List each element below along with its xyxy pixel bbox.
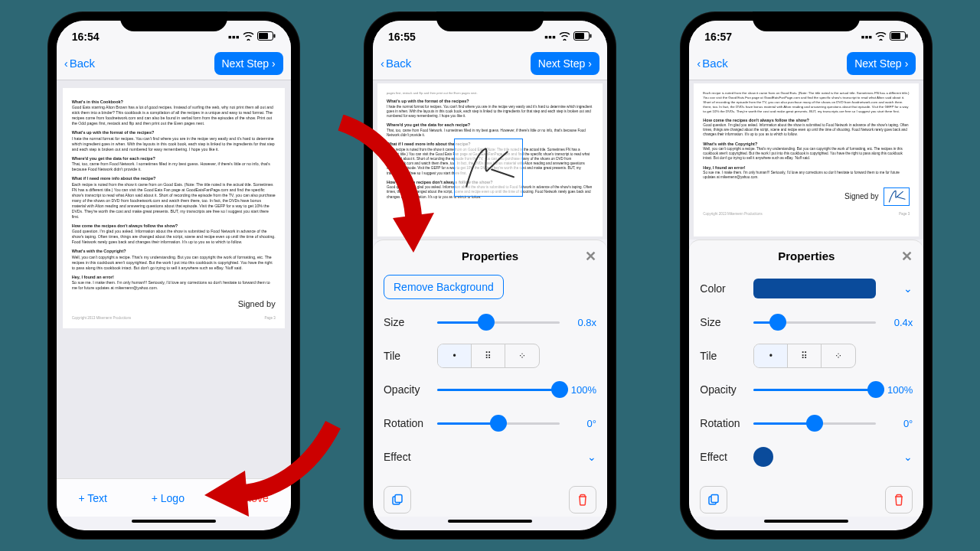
back-label: Back (386, 57, 411, 70)
opacity-label: Opacity (384, 383, 430, 396)
signal-icon: ▪▪▪ (544, 31, 556, 43)
chevron-right-icon: › (272, 57, 276, 70)
svg-rect-10 (906, 34, 908, 38)
signature-overlay[interactable] (884, 187, 910, 206)
back-button[interactable]: ‹ Back (64, 57, 95, 70)
svg-rect-4 (575, 33, 584, 39)
duplicate-button[interactable] (384, 486, 411, 514)
home-indicator (689, 517, 923, 530)
svg-rect-5 (590, 34, 591, 38)
opacity-label: Opacity (700, 383, 746, 396)
back-label: Back (702, 57, 727, 70)
document-page: What's in this Cookbook?Good Eats starri… (63, 88, 285, 328)
phone-1: 16:54 ▪▪▪ ‹ Back Next Step › (47, 11, 300, 540)
rotation-value: 0° (567, 418, 596, 429)
size-value: 0.4x (884, 317, 913, 328)
document-viewer[interactable]: pages first, restack and flip and then p… (373, 80, 607, 240)
rotation-value: 0° (884, 418, 913, 429)
signal-icon: ▪▪▪ (861, 31, 872, 43)
rotation-row: Rotation 0° (700, 406, 913, 440)
battery-icon (890, 31, 908, 43)
tile-option-single[interactable]: • (438, 344, 472, 367)
opacity-row: Opacity 100% (384, 373, 596, 406)
svg-rect-9 (891, 33, 900, 39)
tile-option-grid[interactable]: ⠿ (472, 344, 505, 367)
delete-button[interactable] (885, 486, 913, 514)
notch (120, 11, 227, 31)
status-icons: ▪▪▪ (544, 31, 592, 43)
next-step-button[interactable]: Next Step › (214, 52, 283, 75)
nav-bar: ‹Back Next Step› (373, 47, 607, 80)
back-button[interactable]: ‹Back (381, 57, 411, 70)
clock: 16:54 (72, 31, 100, 43)
signed-by-text: Signed by (72, 298, 276, 310)
opacity-slider[interactable] (753, 389, 876, 391)
size-slider[interactable] (437, 321, 560, 324)
effect-swatch[interactable] (753, 447, 773, 467)
home-indicator (373, 517, 607, 530)
phone-3: 16:57 ▪▪▪ ‹Back Next Step› Each recipe i… (680, 11, 933, 540)
document-page: Each recipe is noted from the show it ca… (694, 83, 919, 236)
rotation-row: Rotation 0° (384, 406, 596, 440)
remove-background-button[interactable]: Remove Background (384, 275, 504, 299)
svg-rect-1 (259, 33, 268, 39)
duplicate-button[interactable] (700, 486, 727, 514)
chevron-down-icon[interactable]: ⌄ (587, 451, 596, 463)
back-label: Back (70, 57, 95, 70)
size-row: Size 0.8x (384, 305, 596, 339)
clock: 16:55 (388, 31, 416, 43)
document-viewer[interactable]: What's in this Cookbook?Good Eats starri… (57, 80, 291, 478)
tile-option-single[interactable]: • (754, 344, 788, 367)
color-row: Color ⌄ (700, 272, 913, 305)
delete-button[interactable] (569, 486, 596, 514)
next-label: Next Step (538, 57, 585, 70)
size-value: 0.8x (567, 317, 596, 328)
next-step-button[interactable]: Next Step› (847, 52, 916, 75)
chevron-down-icon[interactable]: ⌄ (903, 451, 913, 463)
home-indicator (57, 517, 291, 530)
size-row: Size 0.4x (700, 305, 913, 339)
back-button[interactable]: ‹Back (697, 57, 727, 70)
remove-button[interactable]: Remove (229, 492, 269, 504)
next-label: Next Step (222, 57, 269, 70)
effect-row: Effect ⌄ (700, 440, 913, 474)
tile-row: Tile • ⠿ ⁘ (700, 339, 913, 373)
chevron-right-icon: › (905, 57, 909, 70)
opacity-row: Opacity 100% (700, 373, 913, 406)
wifi-icon (243, 31, 254, 43)
tile-segmented[interactable]: • ⠿ ⁘ (753, 344, 856, 368)
close-icon[interactable]: ✕ (901, 248, 913, 265)
size-label: Size (384, 316, 430, 328)
nav-bar: ‹Back Next Step› (689, 47, 923, 80)
signature-overlay[interactable] (454, 139, 523, 197)
notch (753, 11, 860, 31)
chevron-left-icon: ‹ (697, 57, 701, 70)
status-icons: ▪▪▪ (861, 31, 908, 43)
add-logo-button[interactable]: + Logo (152, 492, 185, 504)
panel-title: Properties (462, 249, 518, 262)
tile-option-grid[interactable]: ⠿ (788, 344, 822, 367)
add-text-button[interactable]: + Text (79, 492, 108, 504)
tile-option-diagonal[interactable]: ⁘ (822, 344, 855, 367)
color-swatch[interactable] (753, 279, 876, 298)
svg-rect-2 (273, 34, 275, 38)
next-step-button[interactable]: Next Step› (531, 52, 599, 75)
size-slider[interactable] (753, 321, 876, 324)
nav-bar: ‹ Back Next Step › (57, 47, 291, 80)
rotation-slider[interactable] (437, 422, 560, 425)
next-label: Next Step (854, 57, 901, 70)
chevron-right-icon: › (588, 57, 592, 70)
opacity-slider[interactable] (437, 389, 560, 391)
tile-option-diagonal[interactable]: ⁘ (505, 344, 539, 367)
document-viewer[interactable]: Each recipe is noted from the show it ca… (689, 80, 923, 240)
chevron-down-icon[interactable]: ⌄ (884, 282, 913, 295)
svg-rect-12 (711, 495, 718, 503)
signal-icon: ▪▪▪ (228, 31, 240, 43)
phone-2: 16:55 ▪▪▪ ‹Back Next Step› pages first, … (364, 11, 616, 540)
tile-segmented[interactable]: • ⠿ ⁘ (437, 344, 540, 368)
tile-label: Tile (384, 350, 430, 362)
close-icon[interactable]: ✕ (585, 248, 596, 265)
rotation-slider[interactable] (753, 422, 876, 425)
opacity-value: 100% (567, 384, 596, 396)
toolbar: + Text + Logo Remove (57, 478, 291, 517)
